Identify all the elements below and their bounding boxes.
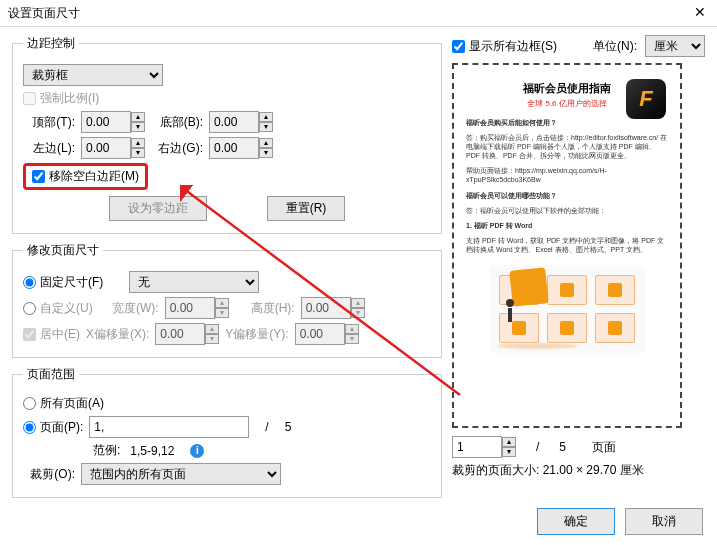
page-size-group: 修改页面尺寸 固定尺寸(F) 无 自定义(U) 宽度(W): ▴▾ 高度(H):… [12, 242, 442, 358]
size-legend: 修改页面尺寸 [23, 242, 103, 259]
xoffset-input [155, 323, 205, 345]
ok-button[interactable]: 确定 [537, 508, 615, 535]
bottom-label: 底部(B): [151, 114, 203, 131]
crop-type-select[interactable]: 裁剪框 [23, 64, 163, 86]
unit-select[interactable]: 厘米 [645, 35, 705, 57]
total-pages: 5 [285, 420, 292, 434]
remove-white-highlight: 移除空白边距(M) [23, 163, 148, 190]
zero-margin-button: 设为零边距 [109, 196, 207, 221]
dialog-title: 设置页面尺寸 [8, 5, 691, 22]
bottom-input[interactable] [209, 111, 259, 133]
fixed-size-select[interactable]: 无 [129, 271, 259, 293]
yoffset-input [295, 323, 345, 345]
spin-up-icon[interactable]: ▴ [131, 112, 145, 122]
constrain-checkbox [23, 92, 36, 105]
right-input[interactable] [209, 137, 259, 159]
preview-thumbnails [489, 265, 645, 353]
logo-icon: F [626, 79, 666, 119]
info-icon[interactable]: i [190, 444, 204, 458]
spin-down-icon[interactable]: ▾ [131, 122, 145, 132]
height-input [301, 297, 351, 319]
left-label: 左边(L): [23, 140, 75, 157]
margin-legend: 边距控制 [23, 35, 79, 52]
all-pages-radio[interactable] [23, 397, 36, 410]
close-icon[interactable]: ✕ [691, 4, 709, 22]
nav-page-input[interactable] [452, 436, 502, 458]
remove-white-label: 移除空白边距(M) [49, 168, 139, 185]
width-input [165, 297, 215, 319]
fixed-size-radio[interactable] [23, 276, 36, 289]
crop-size-label: 裁剪的页面大小: 21.00 × 29.70 厘米 [452, 462, 644, 479]
reset-button[interactable]: 重置(R) [267, 196, 346, 221]
top-label: 顶部(T): [23, 114, 75, 131]
page-preview: F 福昕会员使用指南 全球 5.6 亿用户的选择 福昕会员购买后能如何使用？ 答… [452, 63, 682, 428]
custom-size-radio[interactable] [23, 302, 36, 315]
remove-white-checkbox[interactable] [32, 170, 45, 183]
cancel-button[interactable]: 取消 [625, 508, 703, 535]
left-input[interactable] [81, 137, 131, 159]
range-legend: 页面范围 [23, 366, 79, 383]
show-all-borders-checkbox[interactable] [452, 40, 465, 53]
crop-scope-select[interactable]: 范围内的所有页面 [81, 463, 281, 485]
page-range-group: 页面范围 所有页面(A) 页面(P): / 5 范例: 1,5-9,12 i 裁… [12, 366, 442, 498]
margin-control-group: 边距控制 裁剪框 强制比例(I) 顶部(T): ▴▾ 底部(B): ▴▾ 左边(… [12, 35, 442, 234]
right-label: 右边(G): [151, 140, 203, 157]
constrain-label: 强制比例(I) [40, 90, 99, 107]
center-checkbox [23, 328, 36, 341]
top-input[interactable] [81, 111, 131, 133]
pages-radio[interactable] [23, 421, 36, 434]
pages-input[interactable] [89, 416, 249, 438]
